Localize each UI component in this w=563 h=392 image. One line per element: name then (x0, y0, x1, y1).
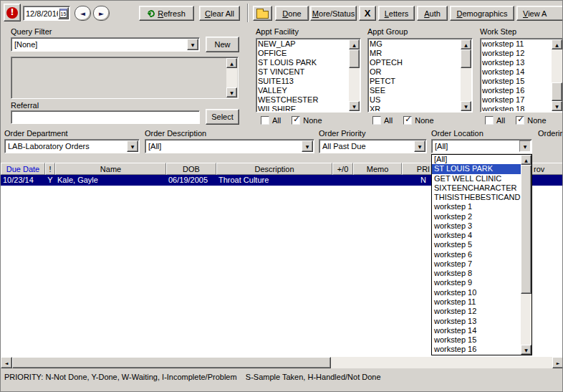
back-button[interactable]: ◄ (74, 6, 91, 21)
scroll-down-button[interactable]: ▼ (552, 101, 562, 111)
header-memo[interactable]: Memo (353, 163, 402, 175)
dropdown-option[interactable]: workstep 8 (432, 269, 521, 278)
facility-list-item[interactable]: VALLEY (258, 86, 349, 95)
order-description-dropdown-arrow-icon[interactable]: ▼ (302, 140, 313, 152)
group-list-item[interactable]: OR (370, 67, 461, 77)
scroll-thumb[interactable] (349, 49, 360, 68)
order-location-dropdown-arrow-icon[interactable]: ▼ (519, 140, 531, 152)
facility-list-item[interactable]: ST VINCENT (258, 67, 349, 77)
dropdown-option[interactable]: [All] (432, 155, 521, 164)
order-department-select[interactable]: LAB-Laboratory Orders ▼ (4, 139, 140, 153)
header-dob[interactable]: DOB (166, 163, 216, 175)
scroll-down-button[interactable]: ▼ (521, 345, 531, 355)
group-all-checkbox[interactable] (372, 116, 381, 125)
group-list-item[interactable]: PETCT (370, 77, 461, 86)
work-step-listbox[interactable]: workstep 11workstep 12workstep 13workste… (480, 38, 563, 113)
view-appts-button[interactable]: View A (516, 6, 563, 21)
scroll-thumb[interactable] (461, 49, 471, 68)
facility-list-item[interactable]: ST LOUIS PARK (258, 58, 349, 67)
dropdown-option[interactable]: workstep 5 (432, 240, 521, 249)
dropdown-option[interactable]: workstep 13 (432, 317, 521, 326)
workstep-list-item[interactable]: workstep 15 (482, 77, 552, 86)
scroll-down-button[interactable]: ▼ (461, 101, 471, 111)
alert-button[interactable]: ! (4, 4, 21, 21)
dropdown-option[interactable]: workstep 4 (432, 231, 521, 240)
scroll-up-button[interactable]: ▲ (552, 39, 562, 49)
header-description[interactable]: Description (216, 163, 332, 175)
order-location-dropdown-list[interactable]: [All]ST LOUIS PARKGET WELL CLINICSIXTEEN… (431, 154, 532, 355)
workstep-list-item[interactable]: workstep 17 (482, 95, 552, 105)
workstep-list-item[interactable]: workstep 11 (482, 39, 552, 49)
appt-group-listbox[interactable]: MGMROPTECHORPETCTSEEUSXR ▲ ▼ (367, 38, 473, 113)
facility-list-item[interactable]: SUITE113 (258, 77, 349, 86)
refresh-button[interactable]: Refresh (139, 6, 194, 21)
workstep-none-checkbox[interactable] (516, 116, 524, 125)
group-list-item[interactable]: MG (370, 39, 461, 49)
order-department-dropdown-arrow-icon[interactable]: ▼ (127, 140, 138, 152)
facility-scrollbar[interactable]: ▲ ▼ (349, 39, 360, 111)
dropdown-option[interactable]: workstep 15 (432, 335, 521, 345)
header-prov[interactable]: rov (531, 163, 563, 175)
dropdown-option[interactable]: THISISTHEBESTICAND (432, 193, 521, 202)
header-name[interactable]: Name (55, 163, 166, 175)
done-button[interactable]: Done (275, 6, 309, 21)
clear-all-button[interactable]: Clear All (199, 6, 240, 21)
dropdown-option[interactable]: workstep 11 (432, 297, 521, 307)
scroll-up-button[interactable]: ▲ (226, 58, 237, 68)
dropdown-option[interactable]: ST LOUIS PARK (432, 164, 521, 173)
facility-list-item[interactable]: NEW_LAP (258, 39, 349, 49)
dropdown-option[interactable]: workstep 12 (432, 307, 521, 316)
facility-list-item[interactable]: WESTCHESTER (258, 95, 349, 105)
group-none-checkbox[interactable] (403, 116, 412, 125)
group-list-item[interactable]: US (370, 95, 461, 105)
header-due-date[interactable]: Due Date (1, 163, 45, 175)
group-list-item[interactable]: MR (370, 49, 461, 58)
workstep-list-item[interactable]: workstep 12 (482, 49, 552, 58)
auth-button[interactable]: Auth (417, 6, 448, 21)
forward-button[interactable]: ► (93, 6, 110, 21)
order-location-select[interactable]: [All] ▼ (431, 139, 532, 153)
dropdown-option[interactable]: workstep 1 (432, 202, 521, 211)
scroll-thumb[interactable] (521, 165, 531, 294)
workstep-list-item[interactable]: workstep 16 (482, 86, 552, 95)
facility-none-checkbox[interactable] (292, 116, 300, 125)
new-query-button[interactable]: New (206, 37, 239, 52)
scroll-thumb[interactable] (12, 357, 331, 368)
dropdown-option[interactable]: workstep 10 (432, 288, 521, 297)
scroll-right-button[interactable]: ► (552, 357, 563, 368)
scroll-left-button[interactable]: ◄ (1, 357, 12, 368)
dropdown-option[interactable]: workstep 9 (432, 278, 521, 287)
order-priority-dropdown-arrow-icon[interactable]: ▼ (414, 140, 425, 152)
query-filter-dropdown-arrow-icon[interactable]: ▼ (187, 39, 198, 50)
dropdown-option[interactable]: workstep 7 (432, 259, 521, 269)
demographics-button[interactable]: Demographics (450, 6, 514, 21)
order-priority-select[interactable]: All Past Due ▼ (319, 139, 427, 153)
query-box-scrollbar[interactable]: ▲ ▼ (226, 58, 237, 97)
scroll-up-button[interactable]: ▲ (461, 39, 471, 49)
scroll-down-button[interactable]: ▼ (226, 87, 237, 97)
facility-list-item[interactable]: OFFICE (258, 49, 349, 58)
dropdown-option[interactable]: workstep 14 (432, 326, 521, 335)
header-plus[interactable]: +/0 (332, 163, 353, 175)
group-list-item[interactable]: OPTECH (370, 58, 461, 67)
letters-button[interactable]: Letters (378, 6, 415, 21)
scroll-up-button[interactable]: ▲ (349, 39, 360, 49)
dropdown-option[interactable]: SIXTEENCHARACTER (432, 183, 521, 193)
group-scrollbar[interactable]: ▲ ▼ (461, 39, 471, 111)
date-field[interactable]: 12/8/2016 15 (23, 6, 70, 21)
dropdown-option[interactable]: workstep 3 (432, 221, 521, 231)
scroll-thumb[interactable] (552, 82, 562, 101)
referral-input[interactable] (11, 110, 200, 124)
group-list-item[interactable]: SEE (370, 86, 461, 95)
referral-select-button[interactable]: Select (206, 109, 239, 125)
workstep-scrollbar[interactable]: ▲ ▼ (552, 39, 562, 111)
appt-facility-listbox[interactable]: NEW_LAPOFFICEST LOUIS PARKST VINCENTSUIT… (256, 38, 361, 113)
dropdown-option[interactable]: workstep 6 (432, 250, 521, 259)
more-status-button[interactable]: More/Status (310, 6, 357, 21)
dropdown-option[interactable]: workstep 2 (432, 212, 521, 221)
header-priority-flag[interactable]: ! (45, 163, 55, 175)
order-description-select[interactable]: [All] ▼ (145, 139, 314, 153)
workstep-list-item[interactable]: workstep 13 (482, 58, 552, 67)
dropdown-option[interactable]: GET WELL CLINIC (432, 174, 521, 183)
open-folder-button[interactable] (253, 6, 272, 21)
